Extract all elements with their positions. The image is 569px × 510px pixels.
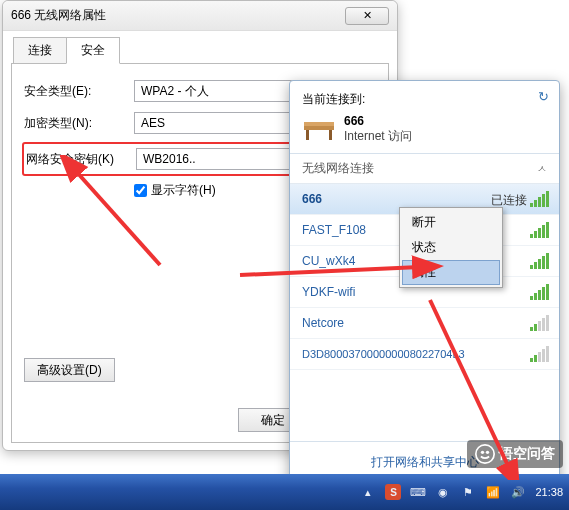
svg-point-9 [486, 451, 489, 454]
menu-disconnect[interactable]: 断开 [402, 210, 500, 235]
current-network-name: 666 [344, 114, 412, 128]
current-connection-heading: 当前连接到: [302, 91, 547, 108]
wireless-section-header: 无线网络连接 ㅅ [290, 154, 559, 184]
refresh-icon[interactable]: ↻ [538, 89, 549, 104]
taskbar: ▴ S ⌨ ◉ ⚑ 📶 🔊 21:38 [0, 474, 569, 510]
network-key-label: 网络安全密钥(K) [26, 151, 136, 168]
network-name: Netcore [302, 316, 344, 330]
network-name: 666 [302, 192, 322, 206]
show-characters-label: 显示字符(H) [151, 182, 216, 199]
svg-rect-3 [304, 122, 334, 126]
wireless-section-label: 无线网络连接 [302, 160, 374, 177]
flyout-header: 当前连接到: ↻ 666 Internet 访问 [290, 81, 559, 154]
network-name: YDKF-wifi [302, 285, 355, 299]
network-name: D3D800037000000008022704L3 [302, 348, 465, 360]
network-icon [302, 118, 336, 142]
security-type-label: 安全类型(E): [24, 83, 134, 100]
signal-icon [530, 284, 549, 300]
tab-connect[interactable]: 连接 [13, 37, 67, 64]
network-item[interactable]: D3D800037000000008022704L3 [290, 339, 559, 370]
menu-status[interactable]: 状态 [402, 235, 500, 260]
svg-rect-1 [306, 130, 309, 140]
tab-strip: 连接 安全 [13, 37, 397, 64]
signal-icon [530, 191, 549, 207]
signal-icon [530, 315, 549, 331]
tray-sogou-icon[interactable]: S [385, 484, 401, 500]
svg-point-8 [481, 451, 484, 454]
tab-security[interactable]: 安全 [66, 37, 120, 64]
dialog-title: 666 无线网络属性 [11, 7, 345, 24]
network-name: FAST_F108 [302, 223, 366, 237]
watermark-text: 悟空问答 [499, 445, 555, 463]
svg-rect-2 [329, 130, 332, 140]
signal-icon [530, 253, 549, 269]
svg-point-7 [476, 445, 494, 463]
tray-shield-icon[interactable]: ◉ [435, 484, 451, 500]
svg-rect-0 [304, 126, 334, 130]
tray-volume-icon[interactable]: 🔊 [510, 484, 526, 500]
close-button[interactable]: ✕ [345, 7, 389, 25]
network-name: CU_wXk4 [302, 254, 355, 268]
tray-flag-icon[interactable]: ⚑ [460, 484, 476, 500]
menu-properties[interactable]: 属性 [402, 260, 500, 285]
tray-up-icon[interactable]: ▴ [360, 484, 376, 500]
titlebar[interactable]: 666 无线网络属性 ✕ [3, 1, 397, 31]
current-network-sub: Internet 访问 [344, 128, 412, 145]
show-characters-checkbox[interactable] [134, 184, 147, 197]
signal-icon [530, 346, 549, 362]
tray-ime-icon[interactable]: ⌨ [410, 484, 426, 500]
encryption-type-label: 加密类型(N): [24, 115, 134, 132]
signal-icon [530, 222, 549, 238]
network-context-menu: 断开 状态 属性 [399, 207, 503, 288]
network-item[interactable]: Netcore [290, 308, 559, 339]
collapse-icon[interactable]: ㅅ [537, 162, 547, 176]
watermark: 悟空问答 [467, 440, 563, 468]
taskbar-clock[interactable]: 21:38 [535, 486, 563, 498]
tray-network-icon[interactable]: 📶 [485, 484, 501, 500]
advanced-settings-button[interactable]: 高级设置(D) [24, 358, 115, 382]
